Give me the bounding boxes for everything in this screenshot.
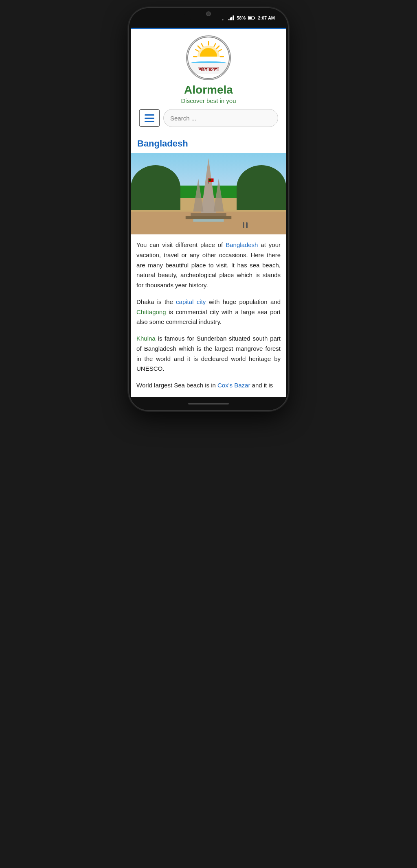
logo-svg: আলোরমেলা — [187, 35, 230, 80]
para2-mid: with huge population and — [206, 298, 281, 305]
toolbar — [137, 109, 280, 132]
paragraph-3: Khulna is famous for Sunderban situated … — [136, 334, 281, 374]
svg-rect-2 — [230, 17, 231, 20]
svg-rect-4 — [233, 15, 234, 20]
battery-percent: 58% — [237, 15, 246, 20]
para2-pre: Dhaka is the — [136, 298, 176, 305]
notch — [184, 8, 233, 20]
hero-image — [131, 153, 286, 234]
battery-icon — [248, 16, 255, 20]
app-title: Alormela — [184, 83, 233, 96]
phone-frame: 58% 2:07 AM — [129, 8, 288, 410]
search-input[interactable] — [163, 109, 278, 127]
paragraph-1: You can visit different place of Banglad… — [136, 240, 281, 291]
home-indicator — [188, 403, 229, 404]
svg-marker-29 — [214, 179, 224, 212]
menu-line-2 — [145, 118, 154, 119]
svg-marker-27 — [201, 158, 216, 214]
capital-city-link[interactable]: capital city — [176, 298, 206, 305]
phone-screen: আলোরমেলা Alormela Discover best in you — [131, 28, 286, 397]
screen-content: আলোরমেলা Alormela Discover best in you — [131, 28, 286, 391]
clock: 2:07 AM — [258, 15, 275, 20]
figures — [243, 222, 248, 228]
menu-line-3 — [145, 121, 154, 122]
para3-post: is famous for Sunderban situated south p… — [136, 335, 281, 372]
coxsbazar-link[interactable]: Cox's Bazar — [217, 382, 250, 389]
content-section: You can visit different place of Banglad… — [131, 240, 286, 391]
svg-point-35 — [209, 179, 211, 181]
svg-rect-3 — [231, 17, 233, 20]
monument-svg — [131, 153, 286, 234]
menu-line-1 — [145, 114, 154, 116]
bangladesh-link-1[interactable]: Bangladesh — [226, 241, 258, 248]
svg-rect-31 — [186, 216, 232, 219]
paragraph-4: World largest Sea beach is in Cox's Baza… — [136, 380, 281, 391]
paragraph-2: Dhaka is the capital city with huge popu… — [136, 297, 281, 327]
app-subtitle: Discover best in you — [181, 97, 236, 104]
menu-button[interactable] — [139, 109, 160, 127]
svg-text:আলোরমেলা: আলোরমেলা — [198, 66, 219, 72]
status-bar: 58% 2:07 AM — [129, 8, 288, 28]
svg-rect-1 — [228, 19, 230, 20]
para1-post: at your vacation, travel or any other oc… — [136, 241, 281, 289]
svg-rect-7 — [248, 17, 252, 19]
svg-rect-6 — [255, 17, 255, 19]
svg-rect-32 — [193, 219, 224, 222]
camera — [206, 11, 211, 16]
para4-pre: World largest Sea beach is in — [136, 382, 217, 389]
svg-marker-28 — [193, 179, 204, 212]
logo-circle: আলোরমেলা — [186, 35, 231, 80]
chittagong-link[interactable]: Chittagong — [136, 308, 166, 315]
para4-post: and it is — [250, 382, 273, 389]
khulna-link[interactable]: Khulna — [136, 335, 156, 342]
header: আলোরমেলা Alormela Discover best in you — [131, 29, 286, 135]
phone-bottom — [129, 397, 288, 410]
para1-pre: You can visit different place of — [136, 241, 226, 248]
page-title: Bangladesh — [131, 135, 286, 153]
